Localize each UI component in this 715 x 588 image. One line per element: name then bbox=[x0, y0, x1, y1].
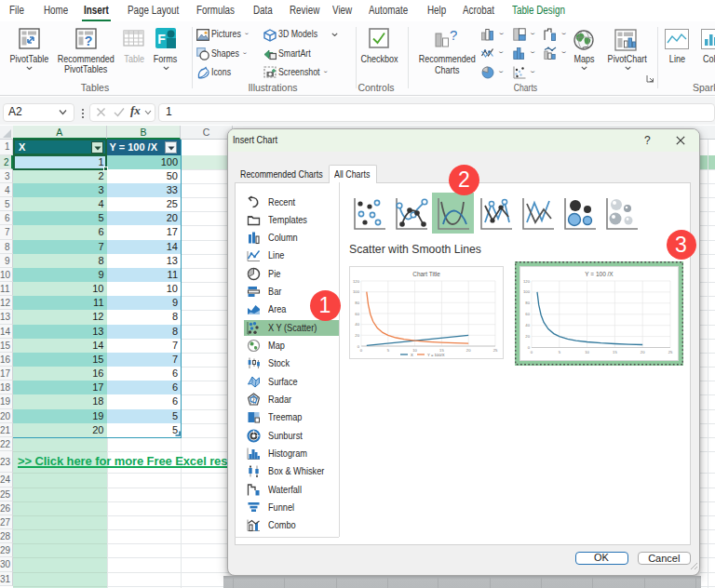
svg-text:100: 100 bbox=[353, 289, 360, 294]
svg-text:120: 120 bbox=[353, 278, 360, 283]
svg-text:Y = 100/X: Y = 100/X bbox=[427, 352, 445, 356]
svg-text:5: 5 bbox=[387, 348, 390, 353]
svg-text:10: 10 bbox=[412, 348, 417, 353]
svg-text:40: 40 bbox=[355, 322, 359, 327]
svg-text:F: F bbox=[157, 32, 166, 47]
svg-text:?: ? bbox=[450, 29, 457, 43]
svg-text:20: 20 bbox=[466, 348, 471, 353]
svg-text:80: 80 bbox=[355, 300, 359, 304]
svg-text:20: 20 bbox=[355, 332, 359, 337]
svg-text:60: 60 bbox=[355, 311, 359, 315]
svg-text:0: 0 bbox=[360, 348, 363, 353]
svg-text:?: ? bbox=[85, 33, 93, 48]
svg-text:25: 25 bbox=[493, 348, 498, 353]
svg-text:X: X bbox=[411, 352, 413, 356]
svg-text:Chart Title: Chart Title bbox=[412, 271, 440, 277]
